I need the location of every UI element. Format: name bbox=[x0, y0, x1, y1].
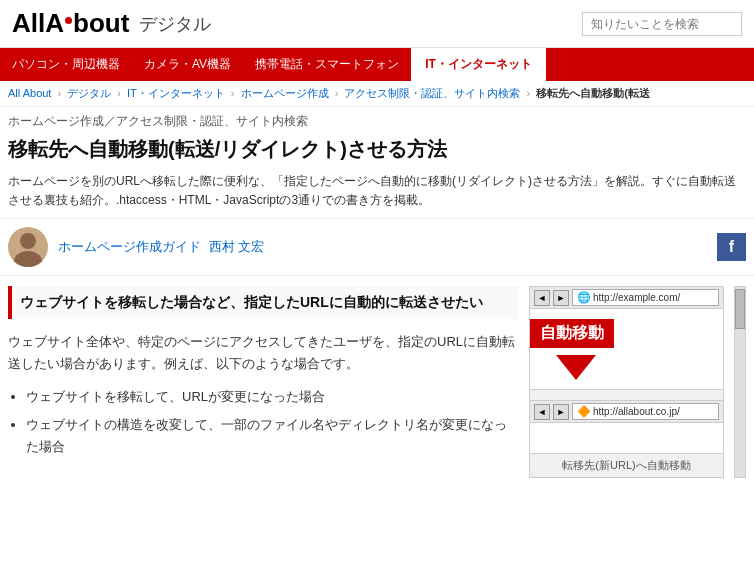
auto-move-label: 自動移動 bbox=[530, 319, 614, 348]
body-text: ウェブサイト全体や、特定のページにアクセスしてきたユーザを、指定のURLに自動転… bbox=[8, 331, 519, 375]
url-text-1: http://example.com/ bbox=[593, 292, 680, 303]
header: All A bout デジタル bbox=[0, 0, 754, 48]
author-name: 西村 文宏 bbox=[209, 239, 265, 254]
browser-toolbar-1: ◄ ► 🌐 http://example.com/ bbox=[530, 287, 723, 309]
breadcrumb-digital[interactable]: デジタル bbox=[67, 87, 111, 99]
main-content: ウェブサイトを移転した場合など、指定したURLに自動的に転送させたい ウェブサイ… bbox=[0, 276, 754, 488]
breadcrumb-sep-5: › bbox=[526, 87, 530, 99]
browser-content-1: 自動移動 bbox=[530, 309, 723, 389]
nav-item-pc[interactable]: パソコン・周辺機器 bbox=[0, 48, 132, 81]
forward-button-1[interactable]: ► bbox=[553, 290, 569, 306]
author-link[interactable]: ホームページ作成ガイド 西村 文宏 bbox=[58, 239, 264, 254]
author-role: ホームページ作成ガイド bbox=[58, 239, 201, 254]
right-panel-caption: 転移先(新URL)へ自動移動 bbox=[530, 453, 723, 477]
right-panel: ◄ ► 🌐 http://example.com/ 自動移動 ◄ ► bbox=[529, 286, 724, 478]
section-heading: ウェブサイトを移転した場合など、指定したURLに自動的に転送させたい bbox=[8, 286, 519, 319]
bullet-list: ウェブサイトを移転して、URLが変更になった場合 ウェブサイトの構造を改変して、… bbox=[26, 386, 519, 458]
forward-button-2[interactable]: ► bbox=[553, 404, 569, 420]
browser-window-2: ◄ ► 🔶 http://allabout.co.jp/ bbox=[530, 400, 723, 453]
list-item-1: ウェブサイトを移転して、URLが変更になった場合 bbox=[26, 386, 519, 408]
author-avatar bbox=[8, 227, 48, 267]
logo-a-text: A bbox=[45, 8, 64, 39]
back-button-1[interactable]: ◄ bbox=[534, 290, 550, 306]
logo: All A bout デジタル bbox=[12, 8, 211, 39]
logo-digital: デジタル bbox=[139, 12, 211, 36]
breadcrumb-allabout[interactable]: All About bbox=[8, 87, 51, 99]
nav-item-it[interactable]: IT・インターネット bbox=[411, 48, 546, 81]
search-input[interactable] bbox=[582, 12, 742, 36]
breadcrumb-it[interactable]: IT・インターネット bbox=[127, 87, 225, 99]
logo-dot-icon bbox=[65, 17, 72, 24]
logo-bout-text: bout bbox=[73, 8, 129, 39]
browser-url-bar-1: 🌐 http://example.com/ bbox=[572, 289, 719, 306]
arrow-down-icon bbox=[556, 355, 596, 380]
panel-separator bbox=[530, 390, 723, 400]
nav-item-camera[interactable]: カメラ・AV機器 bbox=[132, 48, 243, 81]
svg-point-1 bbox=[14, 251, 42, 267]
search-box-container bbox=[582, 12, 742, 36]
list-item-2: ウェブサイトの構造を改変して、一部のファイル名やディレクトリ名が変更になった場合 bbox=[26, 414, 519, 458]
facebook-button[interactable]: f bbox=[717, 233, 746, 261]
breadcrumb-sep-4: › bbox=[335, 87, 339, 99]
scrollbar[interactable] bbox=[734, 286, 746, 478]
scrollbar-thumb[interactable] bbox=[735, 289, 745, 329]
breadcrumb-access[interactable]: アクセス制限・認証、サイト内検索 bbox=[344, 87, 520, 99]
browser-url-bar-2: 🔶 http://allabout.co.jp/ bbox=[572, 403, 719, 420]
browser-window-1: ◄ ► 🌐 http://example.com/ 自動移動 bbox=[530, 287, 723, 390]
content-left: ウェブサイトを移転した場合など、指定したURLに自動的に転送させたい ウェブサイ… bbox=[8, 286, 519, 478]
breadcrumb-sep-3: › bbox=[231, 87, 235, 99]
article-description: ホームページを別のURLへ移転した際に便利な、「指定したページへ自動的に移動(リ… bbox=[0, 168, 754, 219]
breadcrumb-sep-2: › bbox=[117, 87, 121, 99]
main-nav: パソコン・周辺機器 カメラ・AV機器 携帯電話・スマートフォン IT・インターネ… bbox=[0, 48, 754, 81]
back-button-2[interactable]: ◄ bbox=[534, 404, 550, 420]
browser-content-2 bbox=[530, 423, 723, 453]
avatar-icon bbox=[8, 227, 48, 267]
url-text-2: http://allabout.co.jp/ bbox=[593, 406, 680, 417]
nav-item-mobile[interactable]: 携帯電話・スマートフォン bbox=[243, 48, 411, 81]
breadcrumb-current: 移転先へ自動移動(転送 bbox=[536, 87, 650, 99]
ie-icon-1: 🌐 bbox=[577, 291, 591, 304]
author-bar: ホームページ作成ガイド 西村 文宏 f bbox=[0, 219, 754, 276]
browser-toolbar-2: ◄ ► 🔶 http://allabout.co.jp/ bbox=[530, 400, 723, 423]
breadcrumb-sep-1: › bbox=[57, 87, 61, 99]
sub-heading: ホームページ作成／アクセス制限・認証、サイト内検索 bbox=[0, 107, 754, 132]
article-title: 移転先へ自動移動(転送/リダイレクト)させる方法 bbox=[0, 132, 754, 168]
author-info: ホームページ作成ガイド 西村 文宏 bbox=[58, 238, 264, 256]
breadcrumb: All About › デジタル › IT・インターネット › ホームページ作成… bbox=[0, 81, 754, 107]
svg-point-0 bbox=[20, 233, 36, 249]
breadcrumb-homepage[interactable]: ホームページ作成 bbox=[241, 87, 329, 99]
logo-all-text: All bbox=[12, 8, 45, 39]
ie-icon-2: 🔶 bbox=[577, 405, 591, 418]
